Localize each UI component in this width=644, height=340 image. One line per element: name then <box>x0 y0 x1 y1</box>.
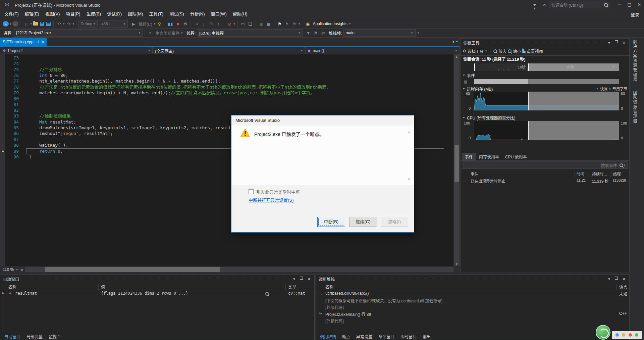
continue-button[interactable]: 继续(C) <box>349 217 377 227</box>
pause-icon[interactable]: ▮▮ <box>167 21 173 27</box>
step-into-icon[interactable]: ↓ <box>201 21 207 27</box>
autos-row-resultmat[interactable]: ▷ ◆ resultMat {flags=1124024336 dims=2 r… <box>0 290 314 297</box>
intellitrace-icon[interactable]: ⚲ <box>156 21 162 27</box>
application-insights-dropdown-icon[interactable]: ▾ <box>349 22 351 26</box>
selection-icon[interactable]: ▭ <box>240 21 246 27</box>
scroll-up-icon[interactable]: ▲ <box>454 55 460 58</box>
call-stack-tab-即时窗口[interactable]: 即时窗口 <box>398 333 419 340</box>
zoom-out-button[interactable]: 缩小 <box>513 48 521 54</box>
call-stack-tab-调用堆栈[interactable]: 调用堆栈 <box>317 333 339 340</box>
close-icon[interactable]: ✕ <box>622 277 627 281</box>
scroll-left-icon[interactable]: ◀ <box>20 268 23 272</box>
select-tool-dropdown-icon[interactable]: ▾ <box>485 49 487 53</box>
diagnostics-tab-内存使用率[interactable]: 内存使用率 <box>476 153 502 160</box>
menu-团队(M)[interactable]: 团队(M) <box>125 10 146 18</box>
maximize-button[interactable]: ▢ <box>625 0 634 9</box>
menu-编辑(E)[interactable]: 编辑(E) <box>22 10 42 18</box>
menu-文件(F)[interactable]: 文件(F) <box>1 10 22 18</box>
floating-ball-widget[interactable] <box>596 325 610 340</box>
member-scope-select[interactable]: ◆ main()▾ <box>305 47 460 54</box>
diagnostics-tab-事件[interactable]: 事件 <box>462 153 476 160</box>
menu-分析(N)[interactable]: 分析(N) <box>187 10 208 18</box>
sign-in-link[interactable]: 登录 <box>631 11 639 17</box>
indent-icon[interactable]: ≣ <box>258 21 264 27</box>
call-stack-tab-命令窗口[interactable]: 命令窗口 <box>376 333 397 340</box>
side-tab-团队资源管理器[interactable]: 团队资源管理器 <box>632 91 638 124</box>
outdent-icon[interactable]: ≣ <box>266 21 272 27</box>
new-file-dropdown-icon[interactable]: ▾ <box>31 22 32 26</box>
stack-frame-row-0[interactable]: →ucrtbased.dll!0f864ab5()未知 <box>316 290 629 297</box>
zoom-in-button[interactable]: 放大 <box>498 48 506 54</box>
tab-close-icon[interactable]: × <box>42 40 44 44</box>
stack-frame-row-3[interactable]: ↪Project2.exe!main() 行 89C++ <box>316 310 629 317</box>
stack-frame-row-1[interactable]: [下面的框架可能不正确和/或缺失，没有为 ucrtbased.dll 加载符号] <box>316 297 629 303</box>
break-button[interactable]: 中断(B) <box>317 217 345 227</box>
col-thread[interactable]: 线程 <box>613 171 621 177</box>
redo-dropdown-icon[interactable]: ▾ <box>73 22 74 26</box>
col-name[interactable]: 名称 <box>8 284 16 290</box>
call-stack-titlebar[interactable]: 调用堆栈 ▾ ✕ <box>316 275 629 283</box>
memory-section-header[interactable]: ▼进程内存 (MB) ▼ 快照 ● 专用字节 <box>461 86 629 92</box>
solution-platform-select[interactable]: x86▾ <box>99 20 128 28</box>
editor-horizontal-scrollbar[interactable] <box>25 267 453 272</box>
split-handle-icon[interactable]: ÷ <box>454 39 460 44</box>
solution-configuration-select[interactable]: Debug▾ <box>78 20 98 28</box>
stack-frame-select[interactable]: main▾ <box>343 29 416 37</box>
floating-toolbar-widget[interactable] <box>612 331 642 339</box>
dialog-title[interactable]: Microsoft Visual Studio <box>231 115 414 126</box>
window-position-dropdown-icon[interactable]: ▾ <box>292 277 296 281</box>
stack-frame-row-2[interactable]: [外部代码] <box>316 303 629 310</box>
stack-frame-row-4[interactable]: [外部代码] <box>316 317 629 324</box>
ignore-button[interactable]: 忽略(I) <box>381 217 408 227</box>
type-scope-select[interactable]: (全局范围)▾ <box>153 47 305 54</box>
continue-label[interactable]: 继续(C) <box>139 21 152 27</box>
col-event[interactable]: 事件 <box>471 171 478 177</box>
redo-icon[interactable]: ↷ <box>66 21 72 27</box>
menu-帮助(H)[interactable]: 帮助(H) <box>229 10 250 18</box>
diagnostic-tools-titlebar[interactable]: 诊断工具 ▾ ✕ <box>461 39 629 47</box>
lifecycle-events-label[interactable]: 生命周期事件 <box>155 30 179 36</box>
scroll-down-icon[interactable]: ▼ <box>454 262 460 266</box>
step-over-icon[interactable]: ↷ <box>208 21 214 27</box>
navigate-forward-icon[interactable]: → <box>12 21 18 27</box>
next-bookmark-icon[interactable]: ⚑ <box>291 21 298 27</box>
call-stack-tab-断点[interactable]: 断点 <box>339 333 353 340</box>
search-events-input[interactable]: 搜索事件 ▾ <box>462 161 628 169</box>
cpu-section-header[interactable]: ▼CPU (所有处理器的百分比) <box>461 114 518 120</box>
thread-marker-icon[interactable]: ⇄ <box>320 31 326 36</box>
thread-select[interactable]: [5276] 主线程▾ <box>197 29 303 37</box>
pin-icon[interactable] <box>299 277 304 281</box>
thread-filter-icon[interactable]: ▼ <box>305 31 311 36</box>
menu-项目(P)[interactable]: 项目(P) <box>63 10 83 18</box>
autos-tab-自动窗口[interactable]: 自动窗口 <box>2 333 23 340</box>
menu-窗口(W)[interactable]: 窗口(W) <box>208 10 230 18</box>
reset-view-button[interactable]: 重置视图 <box>527 48 543 54</box>
autos-titlebar[interactable]: 自动窗口 ▾ ✕ <box>0 275 314 283</box>
search-dropdown-icon[interactable]: ▾ <box>624 163 625 167</box>
col-value[interactable]: 值 <box>101 284 105 290</box>
feedback-icon[interactable]: ✉ <box>543 2 546 7</box>
save-icon[interactable] <box>40 22 44 26</box>
selection-end-handle[interactable] <box>528 63 529 71</box>
application-insights-label[interactable]: Application Insights <box>313 21 347 26</box>
step-out-icon[interactable]: ↑ <box>215 21 221 27</box>
timeline-ruler[interactable]: 10秒20秒3 <box>474 63 619 71</box>
close-button[interactable]: ✕ <box>634 0 644 9</box>
title-bar[interactable]: ⋈ Project2 (正在调试) - Microsoft Visual Stu… <box>0 0 644 9</box>
toolbar-overflow-icon[interactable]: ▾ <box>418 31 419 35</box>
cpu-chart[interactable] <box>474 121 619 140</box>
clipboard-icon[interactable]: ❏ <box>247 21 253 27</box>
continue-dropdown-icon[interactable]: ▾ <box>154 22 156 26</box>
call-stack-tab-输出[interactable]: 输出 <box>420 333 433 340</box>
scroll-up-icon[interactable]: ˄ <box>408 130 410 135</box>
undo-dropdown-icon[interactable]: ▾ <box>63 22 65 26</box>
expander-icon[interactable]: ▷ <box>2 291 4 295</box>
thread-flag-icon[interactable]: ⚑ <box>313 31 319 36</box>
scroll-down-icon[interactable]: ˅ <box>408 177 410 182</box>
save-all-icon[interactable] <box>46 22 51 26</box>
editor-vertical-scrollbar[interactable]: ÷ ▲ ▼ <box>454 54 460 266</box>
menu-视图(V)[interactable]: 视图(V) <box>42 10 63 18</box>
previous-bookmark-icon[interactable]: ⚑ <box>284 21 290 27</box>
col-time[interactable]: 时间 <box>577 171 584 177</box>
col-type[interactable]: 类型 <box>288 284 296 290</box>
